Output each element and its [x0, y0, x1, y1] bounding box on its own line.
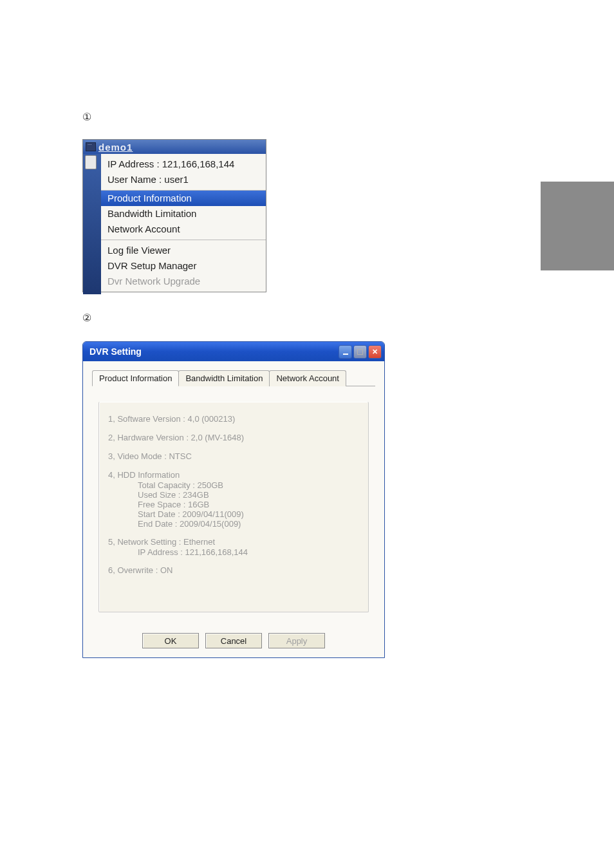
- close-button[interactable]: ✕: [368, 345, 382, 359]
- sidebar-strip: [83, 154, 101, 294]
- gray-sidebar-block: [541, 182, 614, 270]
- marker-2: ②: [82, 312, 91, 324]
- video-mode-line: 3, Video Mode : NTSC: [108, 451, 359, 462]
- software-version-line: 1, Software Version : 4,0 (000213): [108, 413, 359, 424]
- marker-1: ①: [82, 111, 91, 123]
- menu-item-product-information[interactable]: Product Information: [83, 191, 266, 206]
- maximize-icon: [357, 349, 363, 355]
- hdd-total-capacity: Total Capacity : 250GB: [108, 480, 359, 490]
- ok-button[interactable]: OK: [142, 633, 199, 648]
- window-controls: ✕: [339, 345, 382, 359]
- hdd-end-date: End Date : 2009/04/15(009): [108, 519, 359, 529]
- window-icon: [86, 142, 96, 151]
- menu-item-dvr-setup-manager[interactable]: DVR Setup Manager: [107, 258, 266, 274]
- user-name-line: User Name : user1: [107, 172, 266, 187]
- context-menu-panel: demo1 IP Address : 121,166,168,144 User …: [82, 139, 266, 292]
- dvr-setting-window: DVR Setting ✕ Product Information Bandwi…: [82, 341, 385, 658]
- document-icon: [85, 155, 97, 169]
- menu-item-bandwidth-limitation[interactable]: Bandwidth Limitation: [107, 206, 266, 222]
- maximize-button: [353, 345, 367, 359]
- cancel-button[interactable]: Cancel: [205, 633, 262, 648]
- tab-bandwidth-limitation[interactable]: Bandwidth Limitation: [178, 370, 270, 386]
- tab-product-information[interactable]: Product Information: [92, 370, 179, 386]
- context-section-info: IP Address : 121,166,168,144 User Name :…: [83, 154, 266, 191]
- dvr-window-title: DVR Setting: [89, 346, 142, 357]
- hardware-version-line: 2, Hardware Version : 2,0 (MV-1648): [108, 432, 359, 443]
- context-section-tools: Log file Viewer DVR Setup Manager Dvr Ne…: [83, 240, 266, 292]
- hdd-free-space: Free Space : 16GB: [108, 500, 359, 509]
- dvr-body: Product Information Bandwidth Limitation…: [83, 361, 384, 628]
- dvr-button-row: OK Cancel Apply: [83, 628, 384, 657]
- overwrite-line: 6, Overwrite : ON: [108, 565, 359, 576]
- hdd-used-size: Used Size : 234GB: [108, 490, 359, 500]
- network-setting-line: 5, Network Setting : Ethernet: [108, 536, 359, 547]
- dvr-titlebar: DVR Setting ✕: [83, 342, 384, 361]
- product-info-groupbox: 1, Software Version : 4,0 (000213) 2, Ha…: [98, 402, 369, 612]
- dvr-tabs: Product Information Bandwidth Limitation…: [92, 370, 375, 386]
- menu-item-log-file-viewer[interactable]: Log file Viewer: [107, 243, 266, 258]
- menu-item-dvr-network-upgrade: Dvr Network Upgrade: [107, 274, 266, 289]
- menu-item-network-account[interactable]: Network Account: [107, 222, 266, 240]
- close-icon: ✕: [372, 348, 378, 356]
- hdd-start-date: Start Date : 2009/04/11(009): [108, 509, 359, 519]
- network-ip-address: IP Address : 121,166,168,144: [108, 547, 359, 557]
- apply-button: Apply: [268, 633, 325, 648]
- context-menu-titlebar: demo1: [83, 140, 266, 154]
- minimize-icon: [343, 354, 348, 355]
- context-section-settings: Product Information Bandwidth Limitation…: [83, 191, 266, 240]
- ip-address-line: IP Address : 121,166,168,144: [107, 156, 266, 172]
- context-menu-title: demo1: [98, 142, 133, 153]
- minimize-button[interactable]: [339, 345, 352, 359]
- tab-network-account[interactable]: Network Account: [269, 370, 346, 386]
- hdd-information-line: 4, HDD Information: [108, 469, 359, 480]
